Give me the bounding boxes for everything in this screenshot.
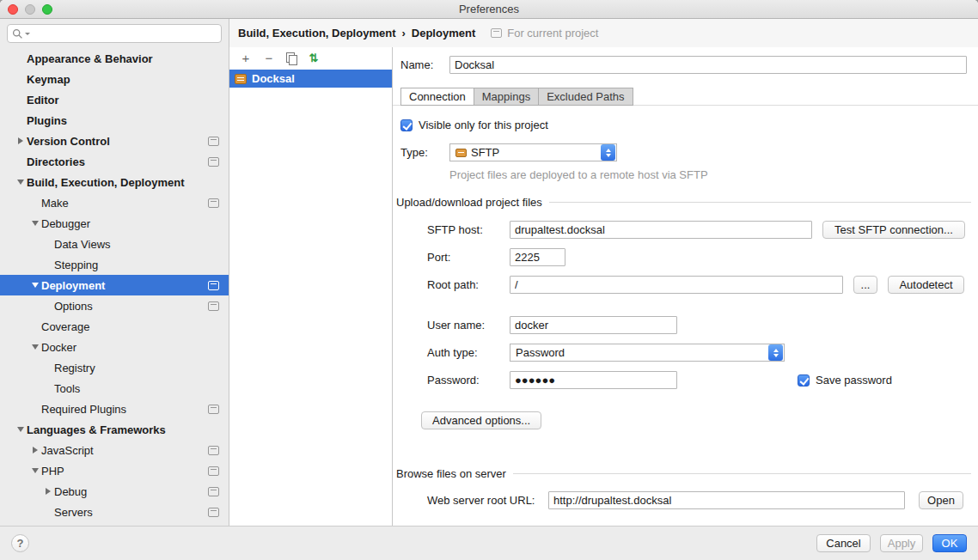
password-input[interactable] [510,371,677,389]
search-icon [12,28,23,40]
user-name-input[interactable] [510,316,677,334]
root-path-input[interactable] [510,276,843,294]
web-root-input[interactable] [548,491,905,509]
chevron-down-icon[interactable] [29,341,41,353]
sidebar-item-languages-frameworks[interactable]: Languages & Frameworks [0,419,229,440]
sidebar-item-build-execution-deployment[interactable]: Build, Execution, Deployment [0,172,229,192]
chevron-down-icon[interactable] [29,217,41,229]
sidebar-item-data-views[interactable]: Data Views [0,234,229,254]
sftp-host-input[interactable] [510,221,812,239]
ok-button[interactable]: OK [932,534,967,552]
sidebar-item-label: Make [41,197,69,210]
sidebar-item-label: Editor [27,94,59,107]
sidebar-item-tools[interactable]: Tools [0,378,229,399]
sidebar-item-plugins[interactable]: Plugins [0,110,229,131]
cancel-button[interactable]: Cancel [816,534,871,552]
title-bar: Preferences [0,0,978,19]
open-url-button[interactable]: Open [919,491,963,509]
tree-indent [15,52,27,64]
project-scope-icon [208,301,219,311]
sidebar-item-label: Data Views [54,238,111,251]
tree-indent [15,73,27,85]
apply-button[interactable]: Apply [880,534,923,552]
save-password-group: Save password [798,374,892,387]
connection-tabs: Connection Mappings Excluded Paths [393,88,978,106]
search-input[interactable] [34,26,217,41]
name-input[interactable] [449,56,967,74]
search-options-caret-icon[interactable] [25,33,30,35]
server-item-label: Docksal [252,72,295,85]
project-scope-icon [208,198,219,208]
project-scope-icon [208,446,219,455]
sidebar-item-debug[interactable]: Debug [0,481,229,502]
sidebar-item-version-control[interactable]: Version Control [0,131,229,151]
password-label: Password: [427,374,510,387]
chevron-right-icon[interactable] [15,135,27,147]
server-list-item-docksal[interactable]: Docksal [229,70,392,88]
autodetect-button[interactable]: Autodetect [888,276,964,294]
sftp-host-label: SFTP host: [427,223,510,236]
sidebar-item-label: Languages & Frameworks [27,423,166,436]
chevron-down-icon[interactable] [29,465,41,477]
chevron-right-icon[interactable] [42,485,54,497]
sidebar-item-label: Required Plugins [41,403,126,416]
sidebar-item-servers[interactable]: Servers [0,502,229,522]
project-scope-icon [208,405,219,414]
sidebar-item-php[interactable]: PHP [0,460,229,481]
web-root-label: Web server root URL: [427,494,548,507]
sidebar-item-appearance-behavior[interactable]: Appearance & Behavior [0,48,229,69]
root-path-label: Root path: [427,278,510,291]
tab-excluded-paths[interactable]: Excluded Paths [538,88,633,106]
sidebar-item-debugger[interactable]: Debugger [0,213,229,234]
add-server-button[interactable]: + [240,52,252,64]
sidebar-item-label: Tools [54,382,80,395]
chevron-down-icon[interactable] [15,176,27,188]
auth-type-select[interactable]: Password [510,344,785,362]
sidebar-item-docker[interactable]: Docker [0,337,229,357]
browse-root-path-button[interactable]: ... [853,276,877,294]
project-context-label: For current project [507,27,598,40]
traffic-lights [8,4,52,15]
breadcrumb-section[interactable]: Build, Execution, Deployment [238,27,395,40]
minimize-button[interactable] [25,4,35,15]
settings-sidebar: Appearance & Behavior Keymap Editor Plug… [0,19,229,526]
chevron-right-icon[interactable] [29,444,41,456]
chevron-down-icon[interactable] [15,423,27,435]
sidebar-item-deployment[interactable]: Deployment [0,275,229,295]
sidebar-item-directories[interactable]: Directories [0,151,229,172]
chevron-down-icon[interactable] [29,279,41,291]
test-sftp-connection-button[interactable]: Test SFTP connection... [822,221,965,239]
sidebar-item-label: Docker [41,341,76,354]
project-scope-icon [208,508,219,517]
up-down-arrows-icon[interactable]: ⇅ [308,52,320,64]
sidebar-item-make[interactable]: Make [0,192,229,213]
user-name-label: User name: [427,319,510,332]
advanced-options-button[interactable]: Advanced options... [421,411,541,429]
sidebar-item-required-plugins[interactable]: Required Plugins [0,399,229,419]
sidebar-item-stepping[interactable]: Stepping [0,254,229,275]
sidebar-item-label: Version Control [27,135,110,148]
copy-server-icon[interactable] [286,52,296,64]
sidebar-item-registry[interactable]: Registry [0,357,229,378]
sidebar-item-options[interactable]: Options [0,295,229,316]
sidebar-item-coverage[interactable]: Coverage [0,316,229,337]
sidebar-item-keymap[interactable]: Keymap [0,69,229,89]
help-button[interactable]: ? [11,534,29,552]
select-stepper-icon [768,344,783,361]
remove-server-button[interactable]: − [263,52,275,64]
server-list-toolbar: + − ⇅ [229,47,392,70]
project-scope-icon [208,281,219,290]
project-scope-icon [491,28,502,38]
tab-connection[interactable]: Connection [400,88,474,106]
settings-search-field[interactable] [7,24,222,43]
sidebar-item-editor[interactable]: Editor [0,89,229,110]
save-password-checkbox[interactable] [798,374,810,387]
zoom-button[interactable] [42,4,52,15]
sidebar-item-javascript[interactable]: JavaScript [0,440,229,460]
tab-mappings[interactable]: Mappings [474,88,539,106]
visible-only-checkbox[interactable] [400,119,413,131]
tree-indent [42,506,54,518]
port-input[interactable] [510,248,565,266]
close-button[interactable] [8,4,18,15]
type-select[interactable]: SFTP [449,143,617,161]
